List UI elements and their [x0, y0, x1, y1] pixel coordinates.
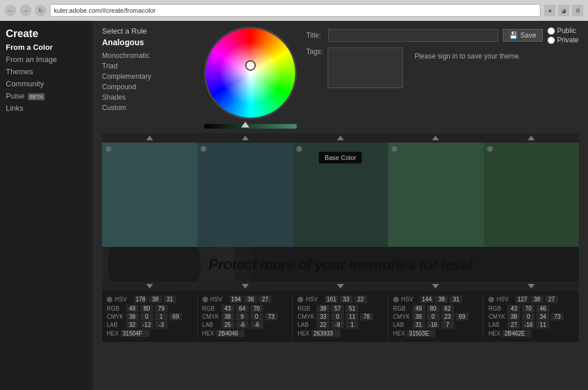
forward-button[interactable]: →: [20, 5, 31, 16]
sidebar-item-from-an-image[interactable]: From an Image: [6, 53, 87, 65]
tri-col-b2: [197, 282, 292, 291]
cmyk-m-3: 0: [331, 313, 344, 320]
tri-up-1[interactable]: [146, 136, 153, 140]
rgb-g-2: 64: [236, 305, 249, 312]
hex-val-3: 263933: [311, 330, 340, 337]
cmyk-c-4: 38: [412, 313, 425, 320]
hsv-h-5: 127: [516, 296, 529, 303]
rgb-g-5: 70: [522, 305, 535, 312]
title-row: Title: 💾 Save Public Private: [306, 27, 579, 44]
hsv-h-1: 178: [134, 296, 147, 303]
wheel-handle-outer[interactable]: [245, 60, 256, 71]
tri-down-1[interactable]: [146, 284, 153, 289]
rgb-b-5: 46: [536, 305, 549, 312]
tri-down-5[interactable]: [528, 284, 535, 289]
sidebar-item-from-a-color[interactable]: From a Color: [6, 41, 87, 53]
url-text: kuler.adobe.com/#create/fromacolor: [54, 7, 155, 14]
swatch-col-2[interactable]: [197, 143, 292, 247]
settings-button[interactable]: ⚙: [572, 5, 583, 16]
tags-input[interactable]: [328, 48, 403, 88]
swatch-dot-4[interactable]: [391, 146, 397, 152]
cmyk-m-5: 0: [522, 313, 535, 320]
private-label: Private: [557, 36, 579, 44]
bookmark-button[interactable]: ★: [544, 5, 556, 16]
tri-col-1: [102, 133, 197, 143]
rgb-r-5: 43: [507, 305, 520, 312]
swatch-col-4[interactable]: [388, 143, 483, 247]
lab-l-5: 27: [507, 321, 520, 329]
sidebar-item-pulse[interactable]: Pulse BETA: [6, 90, 87, 102]
rgb-b-4: 62: [441, 305, 454, 312]
rule-triad[interactable]: Triad: [102, 61, 195, 71]
brightness-slider-thumb[interactable]: [241, 122, 249, 127]
tri-up-3[interactable]: [337, 136, 344, 140]
swatch-dot-1[interactable]: [106, 146, 111, 152]
lab-a-5: -16: [522, 321, 535, 329]
sidebar-item-community[interactable]: Community: [6, 78, 87, 90]
rgb-b-1: 79: [155, 305, 168, 312]
cmyk-y-4: 23: [441, 313, 454, 320]
tri-down-2[interactable]: [242, 284, 249, 289]
save-icon: 💾: [509, 31, 518, 39]
swatch-1-dot[interactable]: [107, 297, 112, 302]
swatch-dot-3[interactable]: [296, 146, 302, 152]
wheel-handle[interactable]: [246, 61, 255, 70]
reload-button[interactable]: ↻: [35, 5, 46, 16]
swatch-4-dot[interactable]: [393, 297, 399, 302]
rule-complementary[interactable]: Complementary: [102, 71, 195, 82]
rule-selector: Select a Rule Analogous Monochromatic Tr…: [102, 27, 195, 129]
tri-up-2[interactable]: [242, 136, 249, 140]
rgb-g-3: 57: [331, 305, 344, 312]
private-option[interactable]: Private: [547, 36, 579, 44]
signal-button[interactable]: ◕: [558, 5, 569, 16]
base-color-tooltip: Base Color: [319, 152, 362, 163]
swatch-col-5[interactable]: [484, 143, 579, 247]
hsv-row-4: HSV 144 38 31: [401, 296, 463, 303]
tri-up-4[interactable]: [432, 136, 439, 140]
swatch-5-dot[interactable]: [488, 297, 494, 302]
cmyk-row-1: CMYK 38 0 1 69: [107, 313, 193, 320]
color-wheel[interactable]: [204, 27, 297, 119]
rule-custom[interactable]: Custom: [102, 103, 195, 113]
rgb-r-2: 43: [222, 305, 234, 312]
rule-compound[interactable]: Compound: [102, 82, 195, 92]
swatch-col-3[interactable]: Base Color: [293, 143, 388, 247]
swatch-2-dot[interactable]: [202, 297, 208, 302]
swatches-container: Base Color: [102, 143, 579, 247]
sidebar-item-themes[interactable]: Themes: [6, 65, 87, 78]
rgb-g-4: 80: [427, 305, 440, 312]
access-options: Public Private: [547, 27, 579, 44]
tri-down-4[interactable]: [432, 284, 439, 289]
cmyk-k-1: 69: [169, 313, 182, 320]
brightness-slider[interactable]: [204, 124, 297, 129]
swatch-dot-5[interactable]: [487, 146, 493, 152]
browser-action-buttons: ★ ◕ ⚙: [544, 5, 583, 16]
browser-chrome: ← → ↻ kuler.adobe.com/#create/fromacolor…: [0, 0, 588, 21]
sidebar-item-links[interactable]: Links: [6, 102, 87, 114]
color-info-3: HSV 161 33 22 RGB 38 57 51 CMYK: [293, 294, 389, 338]
lab-b-4: 7: [441, 321, 454, 329]
swatch-col-1[interactable]: [102, 143, 197, 247]
public-option[interactable]: Public: [547, 27, 579, 35]
private-radio[interactable]: [547, 37, 555, 44]
lab-l-4: 31: [412, 321, 425, 329]
rule-monochromatic[interactable]: Monochromatic: [102, 50, 195, 61]
title-input[interactable]: [328, 29, 498, 42]
rgb-row-2: RGB 43 64 70: [202, 305, 288, 312]
cmyk-k-2: 73: [265, 313, 278, 320]
tri-up-5[interactable]: [528, 136, 535, 140]
hex-row-4: HEX 31503E: [393, 330, 479, 337]
brightness-slider-track[interactable]: [204, 124, 297, 129]
swatch-3-dot[interactable]: [297, 297, 303, 302]
lab-row-2: LAB 25 -6 -6: [202, 321, 288, 329]
public-radio[interactable]: [547, 27, 555, 35]
save-button[interactable]: 💾 Save: [503, 29, 542, 42]
tri-down-3[interactable]: [337, 284, 344, 289]
back-button[interactable]: ←: [5, 5, 16, 16]
hsv-s-2: 38: [244, 296, 257, 303]
pulse-beta-badge: BETA: [28, 93, 45, 100]
rule-shades[interactable]: Shades: [102, 92, 195, 103]
url-bar[interactable]: kuler.adobe.com/#create/fromacolor: [50, 4, 540, 17]
swatch-dot-2[interactable]: [201, 146, 206, 152]
main-content: Select a Rule Analogous Monochromatic Tr…: [93, 21, 588, 390]
